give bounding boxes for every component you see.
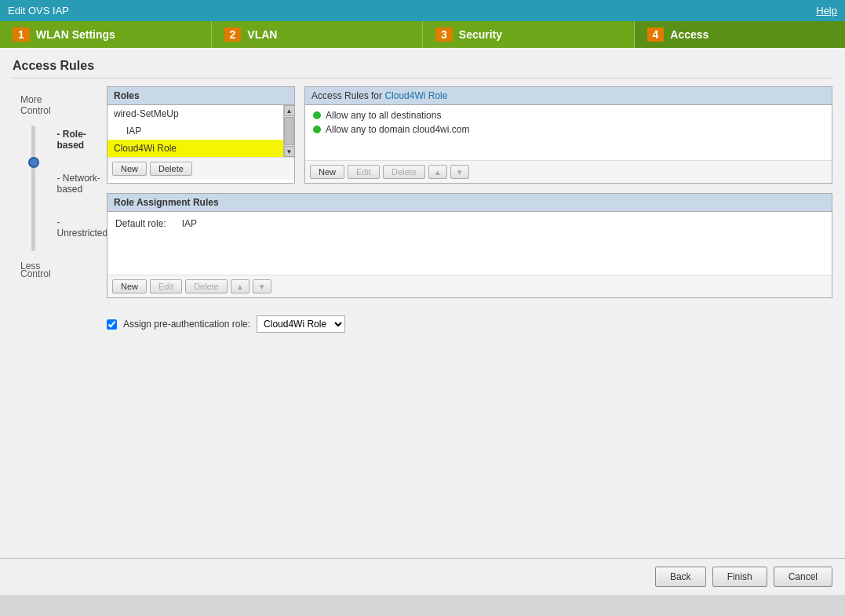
roles-scrollbar: ▲ ▼: [283, 105, 294, 157]
role-assignment-delete-button[interactable]: Delete: [185, 279, 228, 293]
main-content: Access Rules More Control - Role-based- …: [0, 48, 845, 558]
cancel-button[interactable]: Cancel: [774, 567, 832, 587]
default-role-value: IAP: [182, 218, 197, 229]
default-role-label: Default role:: [115, 218, 166, 229]
access-rule-text: Allow any to all destinations: [326, 110, 441, 121]
access-rules-down-button[interactable]: ▼: [450, 165, 469, 179]
tab-security[interactable]: 3Security: [423, 21, 635, 48]
access-rules-new-button[interactable]: New: [310, 165, 344, 179]
finish-button[interactable]: Finish: [712, 567, 767, 587]
role-item[interactable]: Cloud4Wi Role: [107, 140, 283, 157]
slider-sidebar: More Control - Role-based- Network-based…: [13, 86, 107, 341]
preauth-label: Assign pre-authentication role:: [123, 319, 250, 330]
access-rules-panel: Access Rules for Cloud4Wi Role Allow any…: [304, 86, 832, 184]
scroll-thumb[interactable]: [284, 117, 294, 145]
tab-bar: 1WLAN Settings2VLAN3Security4Access: [0, 21, 845, 48]
help-link[interactable]: Help: [816, 5, 837, 16]
roles-new-button[interactable]: New: [112, 162, 147, 176]
access-rules-header-role: Cloud4Wi Role: [384, 90, 447, 101]
role-assignment-edit-button[interactable]: Edit: [150, 279, 182, 293]
preauth-section: Assign pre-authentication role: Cloud4Wi…: [107, 308, 832, 341]
scroll-up-arrow[interactable]: ▲: [284, 105, 295, 116]
role-assignment-header: Role Assignment Rules: [107, 194, 832, 212]
green-dot-icon: [313, 126, 321, 133]
less-control-label2: Control: [13, 268, 51, 279]
access-rules-up-button[interactable]: ▲: [428, 165, 447, 179]
preauth-select[interactable]: Cloud4Wi RoleIAPwired-SetMeUp: [257, 315, 345, 333]
access-rule-item: Allow any to domain cloud4wi.com: [313, 124, 824, 135]
access-rules-list: Allow any to all destinationsAllow any t…: [305, 105, 832, 160]
roles-list: wired-SetMeUpIAPCloud4Wi Role: [107, 105, 283, 157]
preauth-checkbox[interactable]: [107, 319, 117, 330]
slider-thumb[interactable]: [28, 157, 39, 168]
slider-option--role-based[interactable]: - Role-based: [57, 129, 109, 151]
top-row: Roles wired-SetMeUpIAPCloud4Wi Role ▲ ▼ …: [107, 86, 832, 184]
role-assignment-buttons: New Edit Delete ▲ ▼: [107, 275, 832, 297]
role-item[interactable]: wired-SetMeUp: [107, 105, 283, 122]
roles-scroll: wired-SetMeUpIAPCloud4Wi Role ▲ ▼: [107, 105, 294, 157]
roles-panel-header: Roles: [107, 87, 294, 105]
tab-vlan[interactable]: 2VLAN: [212, 21, 424, 48]
role-assignment-down-button[interactable]: ▼: [253, 279, 271, 293]
role-assignment-new-button[interactable]: New: [112, 279, 147, 293]
window-title: Edit OVS IAP: [8, 5, 69, 16]
bottom-bar: Back Finish Cancel: [0, 558, 845, 595]
roles-panel: Roles wired-SetMeUpIAPCloud4Wi Role ▲ ▼ …: [107, 86, 295, 184]
role-item[interactable]: IAP: [107, 122, 283, 140]
roles-delete-button[interactable]: Delete: [150, 162, 192, 176]
access-rules-header: Access Rules for Cloud4Wi Role: [305, 87, 832, 105]
right-panel: Roles wired-SetMeUpIAPCloud4Wi Role ▲ ▼ …: [107, 86, 832, 341]
title-bar: Edit OVS IAP Help: [0, 0, 845, 21]
tab-access[interactable]: 4Access: [635, 21, 846, 48]
access-rules-edit-button[interactable]: Edit: [348, 165, 380, 179]
role-assignment-content: Default role: IAP: [107, 212, 832, 275]
slider-option--network-based[interactable]: - Network-based: [57, 173, 109, 195]
content-area: More Control - Role-based- Network-based…: [13, 86, 832, 341]
scroll-down-arrow[interactable]: ▼: [284, 146, 295, 157]
slider-options: - Role-based- Network-based- Unrestricte…: [57, 126, 109, 251]
back-button[interactable]: Back: [655, 567, 706, 587]
green-dot-icon: [313, 111, 321, 119]
roles-panel-buttons: New Delete: [107, 157, 294, 180]
page-title: Access Rules: [13, 59, 832, 78]
tab-wlan-settings[interactable]: 1WLAN Settings: [0, 21, 212, 48]
role-assignment-up-button[interactable]: ▲: [231, 279, 249, 293]
access-rule-item: Allow any to all destinations: [313, 110, 824, 121]
role-assignment-panel: Role Assignment Rules Default role: IAP …: [107, 193, 832, 298]
more-control-label: More: [13, 94, 42, 105]
access-rules-delete-button[interactable]: Delete: [383, 165, 425, 179]
access-rules-buttons: New Edit Delete ▲ ▼: [305, 160, 832, 183]
default-role-row: Default role: IAP: [115, 218, 824, 229]
access-rule-text: Allow any to domain cloud4wi.com: [326, 124, 469, 135]
access-rules-header-prefix: Access Rules for: [311, 90, 384, 101]
more-control-label2: Control: [13, 105, 51, 116]
slider-track[interactable]: [31, 126, 35, 251]
slider-option--unrestricted[interactable]: - Unrestricted: [57, 217, 109, 239]
